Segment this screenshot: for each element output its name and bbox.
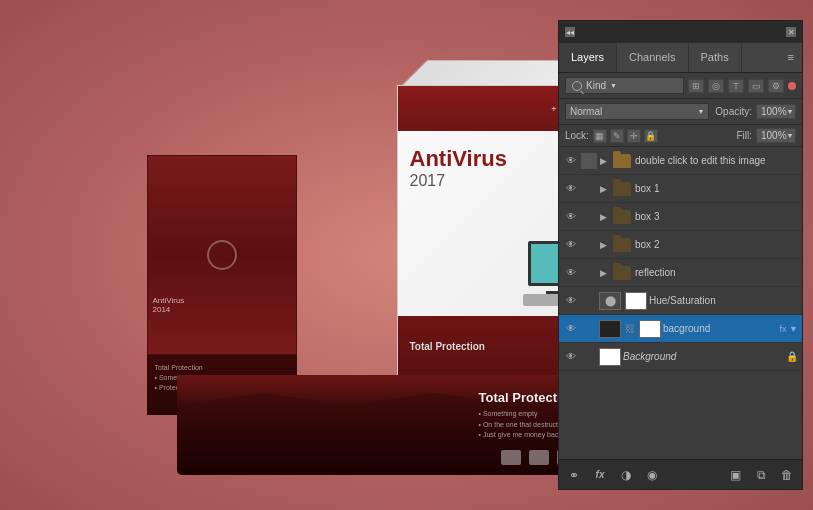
layer-expand-btn[interactable]: ▶ <box>597 267 609 279</box>
layer-name: Hue/Saturation <box>649 295 798 306</box>
layer-eye-icon[interactable]: 👁 <box>563 209 579 225</box>
panel-search-row: Kind ▼ ⊞ ◎ T ▭ ⚙ <box>559 73 802 99</box>
panel-collapse-btn[interactable]: ◂◂ <box>565 27 575 37</box>
lock-move-icon[interactable]: ✛ <box>627 129 641 143</box>
layer-chain-icon: ⛓ <box>625 323 635 334</box>
layer-thumb <box>599 348 621 366</box>
layer-name: bacground <box>663 323 778 334</box>
layer-row[interactable]: 👁 ▶ box 2 <box>559 231 802 259</box>
lock-icons: ▦ ✎ ✛ 🔒 <box>593 129 658 143</box>
filter-adjust-icon[interactable]: ◎ <box>708 79 724 93</box>
layer-lock-icon: 🔒 <box>786 351 798 362</box>
fill-row: Fill: 100% ▼ <box>736 128 796 143</box>
layer-eye-icon[interactable]: 👁 <box>563 321 579 337</box>
layer-name: box 1 <box>635 183 798 194</box>
layer-name: Background <box>623 351 784 362</box>
layer-name: reflection <box>635 267 798 278</box>
box-small-label: AntiVirus2014 <box>153 296 185 314</box>
layer-visibility-check <box>581 153 597 169</box>
adjustment-icon[interactable]: ◉ <box>643 466 661 484</box>
box-small-deco <box>207 240 237 270</box>
layer-expand-btn[interactable]: ▶ <box>597 155 609 167</box>
layer-row[interactable]: 👁 ▶ box 1 <box>559 175 802 203</box>
layer-folder-icon <box>613 266 631 280</box>
device-monitor-icon <box>501 450 521 465</box>
layer-thumb <box>599 320 621 338</box>
mask-icon[interactable]: ◑ <box>617 466 635 484</box>
kind-chevron: ▼ <box>610 82 617 89</box>
filter-smart-icon[interactable]: ⚙ <box>768 79 784 93</box>
new-layer-icon[interactable]: ⧉ <box>752 466 770 484</box>
tab-paths[interactable]: Paths <box>689 43 742 72</box>
fill-chevron: ▼ <box>787 132 794 139</box>
layer-fx-badge: fx ▼ <box>780 324 798 334</box>
box-dark-body: Total Protection • Something empty • On … <box>177 375 607 475</box>
layer-eye-icon[interactable]: 👁 <box>563 349 579 365</box>
filter-icons: ⊞ ◎ T ▭ ⚙ <box>688 79 784 93</box>
device-tablet-icon <box>529 450 549 465</box>
lock-transparent-icon[interactable]: ▦ <box>593 129 607 143</box>
tab-layers[interactable]: Layers <box>559 43 617 72</box>
layer-folder-icon <box>613 238 631 252</box>
panel-bottom-toolbar: ⚭ fx ◑ ◉ ▣ ⧉ 🗑 <box>559 459 802 489</box>
layer-mask-thumb <box>639 320 661 338</box>
fx-icon[interactable]: fx <box>591 466 609 484</box>
blend-mode-value: Normal <box>570 106 602 117</box>
lock-all-icon[interactable]: 🔒 <box>644 129 658 143</box>
blend-mode-select[interactable]: Normal ▼ <box>565 103 709 120</box>
layer-expand-btn[interactable]: ▶ <box>597 239 609 251</box>
layers-list: 👁 ▶ double click to edit this image 👁 ▶ … <box>559 147 802 459</box>
panel-blend-row: Normal ▼ Opacity: 100% ▼ <box>559 99 802 125</box>
panel-titlebar: ◂◂ ✕ <box>559 21 802 43</box>
panel-tabs: Layers Channels Paths ≡ <box>559 43 802 73</box>
search-icon <box>572 81 582 91</box>
layer-thumb <box>625 292 647 310</box>
canvas: AntiVirus2014 Total Protection• Somethin… <box>0 0 813 510</box>
layer-eye-icon[interactable]: 👁 <box>563 237 579 253</box>
layer-row[interactable]: 👁 ⛓ bacground fx ▼ <box>559 315 802 343</box>
panel-controls: ◂◂ <box>565 27 575 37</box>
layer-folder-icon <box>613 182 631 196</box>
layer-row[interactable]: 👁 Background 🔒 <box>559 343 802 371</box>
layer-kind-selector[interactable]: Kind ▼ <box>565 77 684 94</box>
panel-close-btn[interactable]: ✕ <box>786 27 796 37</box>
opacity-row: Opacity: 100% ▼ <box>715 104 796 119</box>
box-dark: Total Protection • Something empty • On … <box>177 375 607 475</box>
layer-eye-icon[interactable]: 👁 <box>563 265 579 281</box>
lock-paint-icon[interactable]: ✎ <box>610 129 624 143</box>
layer-folder-icon <box>613 154 631 168</box>
layer-row[interactable]: 👁 ▶ double click to edit this image <box>559 147 802 175</box>
opacity-label: Opacity: <box>715 106 752 117</box>
layer-eye-icon[interactable]: 👁 <box>563 153 579 169</box>
filter-type-icon[interactable]: T <box>728 79 744 93</box>
layer-eye-icon[interactable]: 👁 <box>563 181 579 197</box>
filter-shape-icon[interactable]: ▭ <box>748 79 764 93</box>
layer-name: box 3 <box>635 211 798 222</box>
layer-folder-icon <box>613 210 631 224</box>
filter-active-indicator <box>788 82 796 90</box>
panel-lock-row: Lock: ▦ ✎ ✛ 🔒 Fill: 100% ▼ <box>559 125 802 147</box>
opacity-chevron: ▼ <box>787 108 794 115</box>
layer-row[interactable]: 👁 ▶ box 3 <box>559 203 802 231</box>
layer-name: box 2 <box>635 239 798 250</box>
tab-channels[interactable]: Channels <box>617 43 688 72</box>
layer-row[interactable]: 👁 ▶ reflection <box>559 259 802 287</box>
layer-expand-btn[interactable]: ▶ <box>597 183 609 195</box>
layer-adj-icon: ⬤ <box>599 292 621 310</box>
panel-menu-btn[interactable]: ≡ <box>780 43 802 72</box>
opacity-input[interactable]: 100% ▼ <box>756 104 796 119</box>
fill-val: 100% <box>761 130 787 141</box>
kind-label: Kind <box>586 80 606 91</box>
lock-label: Lock: <box>565 130 589 141</box>
delete-layer-icon[interactable]: 🗑 <box>778 466 796 484</box>
link-icon[interactable]: ⚭ <box>565 466 583 484</box>
fill-input[interactable]: 100% ▼ <box>756 128 796 143</box>
opacity-val: 100% <box>761 106 787 117</box>
layers-panel: ◂◂ ✕ Layers Channels Paths ≡ Kind ▼ ⊞ ◎ … <box>558 20 803 490</box>
layer-eye-icon[interactable]: 👁 <box>563 293 579 309</box>
new-group-icon[interactable]: ▣ <box>726 466 744 484</box>
filter-pixel-icon[interactable]: ⊞ <box>688 79 704 93</box>
layer-name: double click to edit this image <box>635 155 798 166</box>
layer-row[interactable]: 👁 ⬤ Hue/Saturation <box>559 287 802 315</box>
layer-expand-btn[interactable]: ▶ <box>597 211 609 223</box>
